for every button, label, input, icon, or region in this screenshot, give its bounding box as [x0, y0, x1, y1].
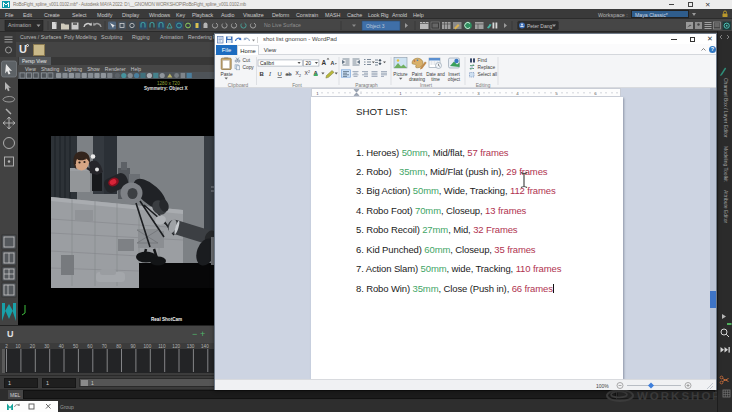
svg-text:Insert: Insert: [420, 83, 433, 88]
svg-text:B: B: [260, 71, 265, 77]
svg-text:Calibri: Calibri: [260, 60, 274, 66]
svg-text:100: 100: [144, 344, 152, 349]
svg-text:drawing: drawing: [409, 77, 426, 82]
svg-text:Paragraph: Paragraph: [355, 83, 378, 88]
svg-text:60: 60: [87, 344, 93, 349]
svg-text:Select all: Select all: [478, 72, 497, 77]
svg-text:2: 2: [308, 70, 310, 74]
svg-text:Object 3: Object 3: [366, 23, 385, 29]
svg-text:time: time: [431, 77, 440, 82]
svg-text:4: 4: [516, 91, 519, 96]
svg-text:3: 3: [477, 91, 480, 96]
svg-text:2: 2: [438, 91, 441, 96]
svg-text:110: 110: [158, 344, 166, 349]
svg-text:Picture: Picture: [393, 72, 408, 77]
svg-text:120: 120: [172, 344, 180, 349]
svg-text:6: 6: [594, 91, 597, 96]
svg-text:1: 1: [316, 91, 319, 96]
svg-text:Clipboard: Clipboard: [228, 83, 249, 88]
svg-text:5: 5: [555, 91, 558, 96]
svg-text:I: I: [268, 71, 272, 77]
svg-text:2: 2: [5, 344, 8, 349]
svg-text:140: 140: [201, 344, 209, 349]
svg-text:70: 70: [102, 344, 108, 349]
svg-text:ab: ab: [286, 71, 292, 77]
svg-text:Find: Find: [478, 58, 488, 63]
svg-text:30: 30: [44, 344, 50, 349]
svg-text:Replace: Replace: [478, 65, 496, 70]
svg-text:10: 10: [15, 344, 21, 349]
svg-text:1: 1: [399, 91, 402, 96]
svg-text:80: 80: [116, 344, 122, 349]
svg-text:20: 20: [30, 344, 36, 349]
svg-text:Paste: Paste: [221, 72, 234, 77]
svg-text:Editing: Editing: [476, 83, 491, 88]
svg-text:No Live Surface: No Live Surface: [264, 22, 301, 28]
svg-text:object: object: [448, 77, 461, 82]
svg-text:Cut: Cut: [243, 58, 251, 63]
svg-text:130: 130: [187, 344, 195, 349]
svg-text:Copy: Copy: [243, 65, 255, 70]
svg-text:2: 2: [299, 74, 301, 78]
svg-text:Font: Font: [292, 83, 302, 88]
svg-text:40: 40: [59, 344, 65, 349]
svg-text:90: 90: [130, 344, 136, 349]
svg-text:A: A: [331, 60, 335, 66]
svg-text:WORKSHOP: WORKSHOP: [637, 390, 720, 402]
svg-text:20: 20: [306, 60, 312, 66]
svg-text:U: U: [278, 71, 282, 77]
svg-text:A: A: [322, 59, 327, 66]
svg-text:50: 50: [73, 344, 79, 349]
svg-text:Peter Dang: Peter Dang: [527, 23, 553, 29]
svg-text:Animation: Animation: [8, 22, 31, 28]
